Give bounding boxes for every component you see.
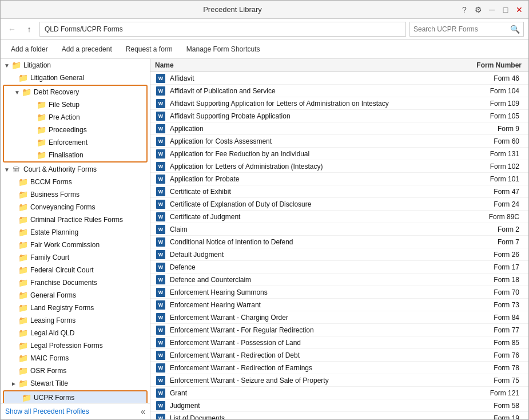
- table-row[interactable]: W Enforcement Hearing Warrant Form 73: [150, 299, 528, 311]
- close-button[interactable]: ✕: [515, 5, 524, 14]
- table-row[interactable]: W Defence Form 17: [150, 261, 528, 274]
- tree-item-maic[interactable]: 📁 MAIC Forms: [1, 352, 150, 364]
- folder-icon: 📁: [18, 304, 28, 312]
- row-form-name: Application for Costs Assessment: [170, 137, 467, 145]
- table-row[interactable]: W Judgment Form 58: [150, 399, 528, 412]
- table-row[interactable]: W Affidavit Supporting Application for L…: [150, 97, 528, 110]
- tree-item-stewart[interactable]: ► 📁 Stewart Title: [1, 377, 150, 390]
- request-form-button[interactable]: Request a form: [120, 43, 178, 55]
- word-doc-icon: W: [156, 250, 165, 259]
- row-form-number: Form 121: [467, 389, 524, 397]
- table-row[interactable]: W Application for Probate Form 101: [150, 173, 528, 185]
- table-row[interactable]: W Defence and Counterclaim Form 18: [150, 274, 528, 286]
- row-form-name: Defence and Counterclaim: [170, 276, 467, 284]
- tree-item-enforcement[interactable]: 📁 Enforcement: [4, 136, 146, 149]
- tree-item-business[interactable]: 📁 Business Forms: [1, 188, 150, 201]
- table-row[interactable]: W Affidavit Supporting Probate Applicati…: [150, 110, 528, 122]
- word-doc-icon: W: [156, 401, 165, 410]
- table-row[interactable]: W Conditional Notice of Intention to Def…: [150, 236, 528, 248]
- collapse-panel-button[interactable]: «: [141, 407, 145, 416]
- table-row[interactable]: W Enforcement Hearing Summons Form 70: [150, 286, 528, 299]
- word-file-icon: W: [155, 99, 166, 108]
- tree-item-finalisation[interactable]: 📁 Finalisation: [4, 149, 146, 161]
- word-file-icon: W: [155, 175, 166, 184]
- table-row[interactable]: W Enforcement Warrant - Redirection of D…: [150, 349, 528, 362]
- row-form-number: Form 102: [467, 163, 524, 171]
- table-row[interactable]: W Certificate of Judgment Form 89C: [150, 211, 528, 223]
- tree-item-litigation-general[interactable]: 📁 Litigation General: [1, 72, 150, 84]
- tree-item-legal-profession[interactable]: 📁 Legal Profession Forms: [1, 339, 150, 352]
- tree-item-conveyancing[interactable]: 📁 Conveyancing Forms: [1, 201, 150, 213]
- up-button[interactable]: ↑: [22, 22, 36, 36]
- tree-item-file-setup[interactable]: 📁 File Setup: [4, 98, 146, 111]
- minimize-button[interactable]: ─: [487, 5, 496, 14]
- tree-item-estate[interactable]: 📁 Estate Planning: [1, 226, 150, 239]
- table-row[interactable]: W Application for Costs Assessment Form …: [150, 135, 528, 148]
- table-row[interactable]: W Enforcement Warrant - Seizure and Sale…: [150, 374, 528, 387]
- tree-item-criminal[interactable]: 📁 Criminal Practice Rules Forms: [1, 213, 150, 226]
- expand-icon: [10, 342, 18, 350]
- table-row[interactable]: W Application for Letters of Administrat…: [150, 160, 528, 173]
- col-name-header: Name: [155, 61, 467, 69]
- expand-icon: [10, 241, 18, 249]
- table-row[interactable]: W Default Judgment Form 26: [150, 248, 528, 261]
- expand-icon: [10, 216, 18, 224]
- address-field[interactable]: [39, 22, 406, 37]
- tree-item-franchise[interactable]: 📁 Franchise Documents: [1, 276, 150, 289]
- add-precedent-button[interactable]: Add a precedent: [56, 43, 118, 55]
- tree-item-debt-recovery[interactable]: ▼ 📁 Debt Recovery: [4, 86, 146, 98]
- table-row[interactable]: W Enforcement Warrant - For Regular Redi…: [150, 324, 528, 336]
- show-all-profiles-link[interactable]: Show all Precedent Profiles: [5, 407, 89, 415]
- tree-item-litigation[interactable]: ▼ 📁 Litigation: [1, 59, 150, 72]
- row-form-name: Application for Letters of Administratio…: [170, 163, 467, 171]
- manage-shortcuts-button[interactable]: Manage Form Shortcuts: [181, 43, 266, 55]
- row-form-number: Form 24: [467, 200, 524, 208]
- settings-button[interactable]: ⚙: [474, 5, 483, 14]
- table-row[interactable]: W Affidavit Form 46: [150, 72, 528, 85]
- left-panel: ▼ 📁 Litigation 📁 Litigation General ▼ 📁 …: [1, 59, 150, 419]
- word-doc-icon: W: [156, 237, 165, 247]
- table-row[interactable]: W Grant Form 121: [150, 387, 528, 399]
- word-doc-icon: W: [156, 414, 165, 420]
- table-row[interactable]: W List of Documents Form 19: [150, 412, 528, 419]
- tree-item-court-authority[interactable]: ▼ 🏛 Court & Authority Forms: [1, 163, 150, 176]
- tree-item-family-court[interactable]: 📁 Family Court: [1, 251, 150, 264]
- table-row[interactable]: W Affidavit of Publication and Service F…: [150, 85, 528, 97]
- tree-item-ucpr[interactable]: 📁 UCPR Forms: [4, 391, 146, 403]
- add-folder-button[interactable]: Add a folder: [5, 43, 54, 55]
- table-row[interactable]: W Application for Fee Reduction by an In…: [150, 148, 528, 160]
- table-row[interactable]: W Enforcement Warrant - Redirection of E…: [150, 362, 528, 374]
- expand-icon: [10, 279, 18, 287]
- tree-item-osr[interactable]: 📁 OSR Forms: [1, 364, 150, 377]
- tree-item-general[interactable]: 📁 General Forms: [1, 289, 150, 302]
- row-form-number: Form 89C: [467, 213, 524, 221]
- row-form-number: Form 47: [467, 188, 524, 196]
- table-row[interactable]: W Claim Form 2: [150, 223, 528, 236]
- table-row[interactable]: W Enforcement Warrant - Charging Order F…: [150, 311, 528, 324]
- row-form-name: Enforcement Warrant - Charging Order: [170, 314, 467, 322]
- tree-item-fair-work[interactable]: 📁 Fair Work Commission: [1, 239, 150, 251]
- row-form-number: Form 109: [467, 100, 524, 108]
- table-row[interactable]: W Certificate of Exhibit Form 47: [150, 185, 528, 198]
- row-form-name: Certificate of Exhibit: [170, 188, 467, 196]
- word-file-icon: W: [155, 187, 166, 196]
- search-input[interactable]: [413, 25, 510, 33]
- help-button[interactable]: ?: [460, 5, 469, 14]
- word-doc-icon: W: [156, 212, 165, 221]
- tree-item-pre-action[interactable]: 📁 Pre Action: [4, 111, 146, 124]
- back-button[interactable]: ←: [5, 22, 19, 36]
- maximize-button[interactable]: □: [501, 5, 510, 14]
- tree-item-bccm[interactable]: 📁 BCCM Forms: [1, 176, 150, 188]
- tree-item-leasing[interactable]: 📁 Leasing Forms: [1, 314, 150, 327]
- tree-item-land-registry[interactable]: 📁 Land Registry Forms: [1, 302, 150, 314]
- tree-item-federal[interactable]: 📁 Federal Circuit Court: [1, 264, 150, 276]
- tree-item-proceedings[interactable]: 📁 Proceedings: [4, 124, 146, 136]
- folder-icon: 📁: [36, 113, 46, 121]
- table-row[interactable]: W Application Form 9: [150, 122, 528, 135]
- table-row[interactable]: W Enforcement Warrant - Possession of La…: [150, 336, 528, 349]
- folder-icon: 📁: [18, 279, 28, 287]
- row-form-name: Judgment: [170, 402, 467, 410]
- table-row[interactable]: W Certificate of Explanation of Duty of …: [150, 198, 528, 211]
- tree-item-legal-aid[interactable]: 📁 Legal Aid QLD: [1, 327, 150, 339]
- expand-icon: ►: [10, 379, 18, 387]
